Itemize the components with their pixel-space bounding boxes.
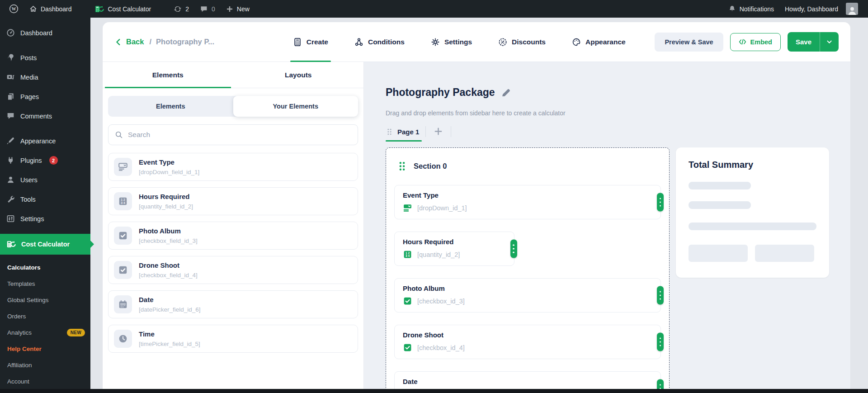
total-summary-card: Total Summary: [676, 147, 829, 278]
tab-layouts[interactable]: Layouts: [233, 62, 364, 88]
tab-label: Appearance: [585, 38, 626, 46]
element-item-drone-shoot[interactable]: Drone Shoot[checkbox_field_id_4]: [108, 256, 358, 284]
tab-discounts[interactable]: Discounts: [498, 22, 546, 62]
submenu-item-global-settings[interactable]: Global Settings: [0, 292, 90, 308]
notifications-menu[interactable]: Notifications: [723, 0, 779, 18]
element-item-event-type[interactable]: Event Type[dropDown_field_id_1]: [108, 153, 358, 181]
gear-icon: [431, 38, 440, 47]
comments-indicator[interactable]: 0: [194, 0, 221, 18]
user-avatar: [846, 3, 858, 15]
notifications-label: Notifications: [740, 5, 774, 13]
skeleton-block: [689, 245, 748, 262]
element-title: Time: [139, 330, 200, 338]
section-drag-handle-icon[interactable]: [398, 161, 406, 171]
calendar-icon: [114, 295, 132, 313]
element-field-id: [checkbox_field_id_3]: [139, 237, 198, 244]
code-icon: [739, 38, 746, 45]
window-bottom-edge: [0, 389, 868, 393]
wordpress-admin-screen: W Dashboard Cost Calculator 2 0 New Noti…: [0, 0, 868, 393]
builder-canvas: Photography Package Drag and drop elemen…: [364, 62, 850, 393]
sidebar-item-settings[interactable]: Settings: [0, 209, 90, 228]
site-name-menu[interactable]: Dashboard: [24, 0, 77, 18]
canvas-field-hours-required[interactable]: Hours Required 1 23 4 [quantity_id_2]: [394, 232, 514, 266]
submenu-item-help-center[interactable]: Help Center: [0, 341, 90, 357]
segment-your-elements[interactable]: Your Elements: [233, 96, 359, 117]
sidebar-item-comments[interactable]: Comments: [0, 106, 90, 126]
tab-settings[interactable]: Settings: [431, 22, 472, 62]
element-title: Event Type: [139, 158, 199, 166]
sidebar-item-plugins[interactable]: Plugins 2: [0, 151, 90, 170]
submenu-item-calculators[interactable]: Calculators: [0, 259, 90, 275]
conditions-nodes-icon: [354, 38, 363, 47]
element-field-id: [dropDown_field_id_1]: [139, 169, 199, 175]
add-page-button[interactable]: [427, 127, 450, 142]
sidebar-label: Comments: [20, 113, 52, 120]
checkbox-icon: [403, 296, 412, 306]
new-content-menu[interactable]: New: [221, 0, 255, 18]
field-options-kebab[interactable]: [657, 333, 664, 351]
updates-indicator[interactable]: 2: [168, 0, 194, 18]
tab-appearance[interactable]: Appearance: [572, 22, 626, 62]
element-item-time[interactable]: Time[timePicker_field_id_5]: [108, 325, 358, 353]
field-options-kebab[interactable]: [510, 240, 517, 258]
canvas-field-photo-album[interactable]: Photo Album [checkbox_id_3]: [394, 278, 661, 313]
submenu-item-analytics[interactable]: AnalyticsNEW: [0, 324, 90, 341]
field-options-kebab[interactable]: [657, 286, 664, 305]
field-id: [quantity_id_2]: [417, 251, 460, 258]
save-options-toggle[interactable]: [820, 32, 839, 52]
submenu-item-orders[interactable]: Orders: [0, 308, 90, 324]
element-item-hours-required[interactable]: 1 23 4 Hours Required[quantity_field_id_…: [108, 187, 358, 215]
header-actions: Preview & Save Embed Save: [655, 22, 839, 62]
search-input[interactable]: [128, 131, 351, 139]
breadcrumb[interactable]: Back / Photography P...: [114, 22, 264, 62]
svg-text:3 4: 3 4: [406, 254, 410, 257]
element-item-date[interactable]: Date[datePicker_field_id_6]: [108, 290, 358, 318]
element-title: Date: [139, 296, 201, 303]
wordpress-logo-icon[interactable]: W: [4, 0, 24, 18]
sidebar-label: Settings: [20, 215, 44, 223]
submenu-item-templates[interactable]: Templates: [0, 275, 90, 292]
bell-icon: [728, 5, 736, 13]
sidebar-item-media[interactable]: Media: [0, 67, 90, 87]
sidebar-item-posts[interactable]: Posts: [0, 48, 90, 67]
sidebar-item-users[interactable]: Users: [0, 170, 90, 189]
canvas-field-drone-shoot[interactable]: Drone Shoot [checkbox_id_4]: [394, 325, 661, 359]
quantity-icon: 1 23 4: [403, 250, 412, 259]
element-search: [108, 124, 358, 145]
embed-button[interactable]: Embed: [730, 33, 781, 51]
sidebar-item-appearance[interactable]: Appearance: [0, 131, 90, 151]
drag-handle-icon[interactable]: [387, 128, 392, 136]
skeleton-bar: [689, 201, 751, 209]
back-link[interactable]: Back: [126, 38, 144, 46]
save-button[interactable]: Save: [788, 32, 820, 52]
field-id: [checkbox_id_3]: [417, 298, 465, 305]
field-title: Drone Shoot: [403, 331, 652, 339]
page-tab-1[interactable]: Page 1: [386, 128, 425, 142]
edit-pencil-icon[interactable]: [501, 88, 511, 98]
dropdown-icon: [114, 158, 132, 176]
calculator-name-truncated: Photography P...: [156, 38, 214, 46]
sidebar-item-tools[interactable]: Tools: [0, 189, 90, 209]
field-options-kebab[interactable]: [657, 193, 664, 212]
builder-card: Back / Photography P... Create Condition…: [103, 22, 850, 393]
section-dropzone[interactable]: Section 0 Event Type [dropDown_id_1]: [386, 147, 670, 393]
canvas-field-event-type[interactable]: Event Type [dropDown_id_1]: [394, 185, 661, 219]
segment-elements[interactable]: Elements: [108, 96, 233, 117]
paintbrush-icon: [6, 137, 15, 145]
submenu-item-account[interactable]: Account: [0, 373, 90, 389]
howdy-account-menu[interactable]: Howdy, Dashboard: [779, 0, 863, 18]
tab-conditions[interactable]: Conditions: [354, 22, 405, 62]
cost-calculator-admin-menu[interactable]: Cost Calculator: [89, 0, 157, 18]
howdy-label: Howdy, Dashboard: [785, 5, 838, 13]
preview-save-button[interactable]: Preview & Save: [655, 33, 723, 52]
sidebar-item-dashboard[interactable]: Dashboard: [0, 23, 90, 43]
submenu-item-affiliation[interactable]: Affiliation: [0, 357, 90, 373]
field-id: [checkbox_id_4]: [417, 344, 465, 351]
element-item-photo-album[interactable]: Photo Album[checkbox_field_id_3]: [108, 222, 358, 250]
sidebar-item-cost-calculator[interactable]: Cost Calculator: [0, 234, 90, 255]
sidebar-item-pages[interactable]: Pages: [0, 87, 90, 106]
checkbox-icon: [114, 227, 132, 245]
comments-count: 0: [212, 5, 215, 13]
tab-elements[interactable]: Elements: [103, 62, 233, 88]
tab-create[interactable]: Create: [293, 22, 328, 62]
